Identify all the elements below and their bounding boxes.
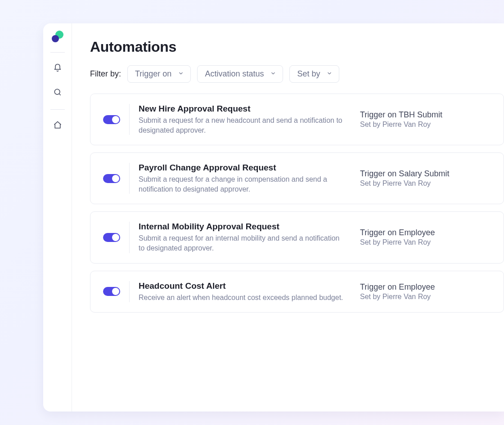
automation-trigger: Trigger on Employee	[360, 282, 450, 292]
automation-card[interactable]: Internal Mobility Approval Request Submi…	[90, 211, 504, 263]
automation-description: Submit a request for a change in compens…	[139, 174, 346, 194]
automation-card[interactable]: New Hire Approval Request Submit a reque…	[90, 94, 504, 145]
automation-list: New Hire Approval Request Submit a reque…	[90, 94, 504, 313]
card-divider	[129, 222, 130, 253]
card-divider	[129, 163, 130, 194]
card-divider	[129, 281, 130, 303]
chevron-down-icon	[270, 69, 276, 79]
automation-description: Submit a request for an internal mobilit…	[139, 233, 346, 253]
card-body: Internal Mobility Approval Request Submi…	[139, 222, 504, 253]
home-button[interactable]	[50, 118, 66, 134]
automation-title: Payroll Change Approval Request	[139, 163, 346, 173]
app-window: Automations Filter by: Trigger on Activa…	[43, 23, 504, 412]
main-content: Automations Filter by: Trigger on Activa…	[72, 23, 504, 412]
chevron-down-icon	[326, 69, 333, 79]
svg-point-0	[54, 89, 60, 94]
automation-card[interactable]: Payroll Change Approval Request Submit a…	[90, 152, 504, 204]
filter-activation-status[interactable]: Activation status	[197, 65, 283, 83]
search-icon	[53, 88, 62, 98]
search-button[interactable]	[50, 85, 66, 101]
automation-card[interactable]: Headcount Cost Alert Receive an alert wh…	[90, 271, 504, 313]
automation-set-by: Set by Pierre Van Roy	[360, 121, 450, 129]
filter-select-label: Activation status	[205, 69, 264, 79]
card-body: New Hire Approval Request Submit a reque…	[139, 104, 504, 135]
automation-trigger: Trigger on TBH Submit	[360, 110, 450, 120]
automation-description: Receive an alert when headcount cost exc…	[139, 293, 346, 303]
automation-set-by: Set by Pierre Van Roy	[360, 179, 450, 188]
automation-title: New Hire Approval Request	[139, 104, 346, 114]
sidebar	[43, 23, 72, 412]
notifications-button[interactable]	[50, 61, 66, 77]
automation-description: Submit a request for a new headcount and…	[139, 116, 346, 135]
app-logo	[52, 31, 63, 42]
filter-select-label: Set by	[297, 69, 320, 79]
automation-trigger: Trigger on Employee	[360, 228, 450, 237]
automation-title: Headcount Cost Alert	[139, 281, 346, 291]
toggle-switch[interactable]	[103, 233, 120, 242]
toggle-switch[interactable]	[103, 287, 120, 296]
card-body: Headcount Cost Alert Receive an alert wh…	[139, 281, 504, 303]
automation-set-by: Set by Pierre Van Roy	[360, 293, 450, 301]
home-icon	[53, 121, 62, 131]
automation-set-by: Set by Pierre Van Roy	[360, 238, 450, 246]
page-title: Automations	[90, 39, 504, 55]
filter-label: Filter by:	[90, 69, 121, 79]
automation-trigger: Trigger on Salary Submit	[360, 169, 450, 179]
filter-trigger-on[interactable]: Trigger on	[127, 65, 191, 83]
filter-select-label: Trigger on	[135, 69, 171, 79]
card-body: Payroll Change Approval Request Submit a…	[139, 163, 504, 194]
filter-bar: Filter by: Trigger on Activation status …	[90, 65, 504, 83]
card-divider	[129, 104, 130, 135]
sidebar-divider	[50, 109, 65, 110]
automation-title: Internal Mobility Approval Request	[139, 222, 346, 232]
toggle-switch[interactable]	[103, 174, 120, 183]
filter-set-by[interactable]: Set by	[289, 65, 339, 83]
toggle-switch[interactable]	[103, 115, 120, 124]
bell-icon	[53, 63, 62, 74]
chevron-down-icon	[178, 69, 184, 79]
sidebar-divider	[50, 52, 65, 53]
